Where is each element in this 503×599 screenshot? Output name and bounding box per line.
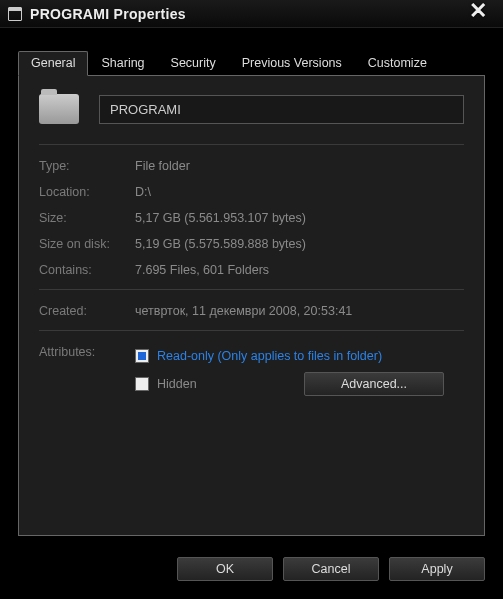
folder-name-input[interactable] — [99, 95, 464, 124]
window-title: PROGRAMI Properties — [30, 6, 186, 22]
label-type: Type: — [39, 159, 135, 173]
separator — [39, 330, 464, 331]
window-folder-icon — [8, 7, 22, 21]
label-attributes: Attributes: — [39, 345, 135, 391]
folder-icon — [39, 94, 79, 124]
tab-strip: General Sharing Security Previous Versio… — [18, 50, 485, 76]
apply-button[interactable]: Apply — [389, 557, 485, 581]
separator — [39, 289, 464, 290]
advanced-button[interactable]: Advanced... — [304, 372, 444, 396]
value-contains: 7.695 Files, 601 Folders — [135, 263, 464, 277]
separator — [39, 144, 464, 145]
titlebar: PROGRAMI Properties ✕ — [0, 0, 503, 28]
tab-general[interactable]: General — [18, 51, 88, 76]
dialog-footer: OK Cancel Apply — [177, 557, 485, 581]
content-area: General Sharing Security Previous Versio… — [0, 28, 503, 536]
value-size-on-disk: 5,19 GB (5.575.589.888 bytes) — [135, 237, 464, 251]
readonly-label: Read-only (Only applies to files in fold… — [157, 349, 382, 363]
value-created: четврток, 11 декември 2008, 20:53:41 — [135, 304, 464, 318]
label-size-on-disk: Size on disk: — [39, 237, 135, 251]
hidden-label: Hidden — [157, 377, 197, 391]
tab-sharing[interactable]: Sharing — [88, 51, 157, 76]
value-location: D:\ — [135, 185, 464, 199]
tab-previous-versions[interactable]: Previous Versions — [229, 51, 355, 76]
hidden-checkbox[interactable] — [135, 377, 149, 391]
label-size: Size: — [39, 211, 135, 225]
value-type: File folder — [135, 159, 464, 173]
label-location: Location: — [39, 185, 135, 199]
cancel-button[interactable]: Cancel — [283, 557, 379, 581]
tab-security[interactable]: Security — [158, 51, 229, 76]
tab-customize[interactable]: Customize — [355, 51, 440, 76]
label-created: Created: — [39, 304, 135, 318]
value-size: 5,17 GB (5.561.953.107 bytes) — [135, 211, 464, 225]
close-button[interactable]: ✕ — [459, 0, 497, 24]
label-contains: Contains: — [39, 263, 135, 277]
ok-button[interactable]: OK — [177, 557, 273, 581]
readonly-checkbox[interactable] — [135, 349, 149, 363]
general-panel: Type: File folder Location: D:\ Size: 5,… — [18, 76, 485, 536]
